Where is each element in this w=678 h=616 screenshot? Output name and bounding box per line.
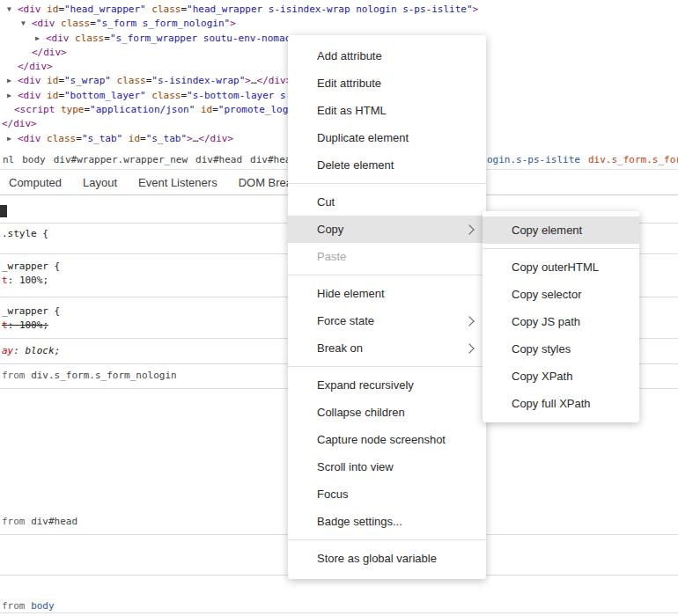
menu-item-copy-js-path[interactable]: Copy JS path xyxy=(483,308,639,335)
menu-item-cut[interactable]: Cut xyxy=(288,188,486,216)
code-token: "head_wrapper s-isindex-wrap nologin s-p… xyxy=(187,4,473,15)
menu-item-scroll-into-view[interactable]: Scroll into view xyxy=(288,453,486,480)
menu-item-delete-element[interactable]: Delete element xyxy=(288,151,486,179)
inherited-from-label[interactable]: from div#head xyxy=(2,516,77,527)
code-token: from xyxy=(2,516,31,527)
node-link[interactable]: body xyxy=(31,600,55,612)
menu-item-copy-selector[interactable]: Copy selector xyxy=(483,281,639,308)
menu-separator xyxy=(288,539,486,540)
breadcrumb-item[interactable]: div.s_form.s_form_nolog xyxy=(588,154,678,165)
code-token: : xyxy=(8,275,19,286)
code-token: = xyxy=(58,90,64,101)
code-token: </div> xyxy=(2,118,37,129)
code-token: = xyxy=(140,133,146,144)
menu-item-label: Capture node screenshot xyxy=(317,433,475,446)
expand-arrow-icon[interactable]: ▶ xyxy=(7,74,18,88)
menu-item-hide-element[interactable]: Hide element xyxy=(288,280,486,307)
menu-item-badge-settings[interactable]: Badge settings... xyxy=(288,508,486,535)
menu-item-collapse-children[interactable]: Collapse children xyxy=(288,399,486,426)
css-rule-selector: .style { xyxy=(2,228,48,239)
menu-item-label: Copy XPath xyxy=(512,370,629,383)
expand-arrow-icon[interactable]: ▶ xyxy=(7,89,18,103)
menu-item-store-as-global-variable[interactable]: Store as global variable xyxy=(288,545,486,572)
breadcrumb-right: ogin.s-ps-islitediv.s_form.s_form_nolog xyxy=(487,150,678,169)
menu-item-label: Copy selector xyxy=(512,288,629,301)
code-token: </div> xyxy=(198,133,233,144)
menu-item-copy-outerhtml[interactable]: Copy outerHTML xyxy=(483,253,639,281)
node-link[interactable]: div.s_form.s_form_nologin xyxy=(31,370,177,381)
expand-arrow-icon[interactable]: ▶ xyxy=(7,132,18,146)
menu-item-label: Copy xyxy=(317,223,466,236)
code-token: </div> xyxy=(32,47,67,58)
inherited-from-label[interactable]: from body xyxy=(2,600,55,612)
css-property: ay: block; xyxy=(2,345,60,356)
menu-separator xyxy=(288,275,486,275)
code-token: class xyxy=(70,33,105,44)
menu-item-copy-xpath[interactable]: Copy XPath xyxy=(483,363,639,390)
node-link[interactable]: div#head xyxy=(31,516,77,527)
menu-item-break-on[interactable]: Break on xyxy=(288,334,486,362)
menu-item-expand-recursively[interactable]: Expand recursively xyxy=(288,371,486,399)
tab-event-listeners[interactable]: Event Listeners xyxy=(138,176,217,189)
dom-tree-node[interactable]: ▼<div id="head_wrapper" class="head_wrap… xyxy=(0,3,678,17)
menu-separator xyxy=(288,366,486,367)
menu-item-label: Copy outerHTML xyxy=(512,260,629,274)
code-token: from xyxy=(2,370,31,381)
breadcrumb-item[interactable]: div#head xyxy=(195,154,242,165)
code-token: class xyxy=(146,4,181,15)
menu-item-copy-element[interactable]: Copy element xyxy=(483,216,639,244)
tab-layout[interactable]: Layout xyxy=(83,176,117,189)
breadcrumb-item[interactable]: div#wrapper.wrapper_new xyxy=(54,154,188,165)
menu-item-label: Copy full XPath xyxy=(512,397,629,410)
menu-item-capture-node-screenshot[interactable]: Capture node screenshot xyxy=(288,426,486,453)
dom-tree-node[interactable]: ▼<div class="s_form s_form_nologin"> xyxy=(0,17,678,31)
code-token: = xyxy=(90,18,96,29)
code-token: ay xyxy=(2,345,13,356)
code-token: > xyxy=(187,133,193,144)
menu-item-focus[interactable]: Focus xyxy=(288,480,486,508)
breadcrumb-item[interactable]: nl xyxy=(3,154,14,165)
menu-item-label: Edit as HTML xyxy=(317,104,475,117)
menu-item-copy[interactable]: Copy xyxy=(288,216,486,243)
menu-item-add-attribute[interactable]: Add attribute xyxy=(288,42,486,70)
code-token: <script xyxy=(14,104,55,115)
code-token: : xyxy=(13,345,25,356)
menu-item-paste[interactable]: Paste xyxy=(288,243,486,270)
code-token: = xyxy=(104,33,110,44)
code-token: .style { xyxy=(2,228,48,239)
code-token: > xyxy=(230,18,236,29)
code-token: "bottom_layer" xyxy=(64,90,146,101)
code-token: t xyxy=(2,319,8,331)
menu-item-edit-as-html[interactable]: Edit as HTML xyxy=(288,97,486,124)
menu-item-copy-styles[interactable]: Copy styles xyxy=(483,335,639,363)
inherited-from-label[interactable]: from div.s_form.s_form_nologin xyxy=(2,370,177,381)
menu-item-edit-attribute[interactable]: Edit attribute xyxy=(288,70,486,97)
code-token: ; xyxy=(42,319,48,331)
code-token: <div xyxy=(18,75,41,86)
code-token: </div> xyxy=(18,61,53,72)
menu-item-duplicate-element[interactable]: Duplicate element xyxy=(288,124,486,151)
menu-item-label: Copy JS path xyxy=(512,315,629,328)
code-token: ; xyxy=(55,345,61,356)
code-token: <div xyxy=(18,4,41,15)
menu-item-force-state[interactable]: Force state xyxy=(288,307,486,334)
menu-item-copy-full-xpath[interactable]: Copy full XPath xyxy=(483,390,639,417)
code-token: … xyxy=(251,75,257,86)
breadcrumb-item[interactable]: ogin.s-ps-islite xyxy=(487,154,580,165)
code-token: _wrapper { xyxy=(2,260,60,272)
menu-item-label: Hide element xyxy=(317,287,475,300)
code-token: from xyxy=(2,600,31,612)
menu-item-label: Collapse children xyxy=(317,406,475,419)
code-token: class xyxy=(41,133,77,144)
code-token: ; xyxy=(42,275,48,286)
collapse-arrow-icon[interactable]: ▼ xyxy=(21,17,32,31)
css-rule-selector: _wrapper { xyxy=(2,260,60,272)
code-token: > xyxy=(473,4,479,15)
menu-item-label: Copy styles xyxy=(512,342,629,356)
code-token: <div xyxy=(46,33,70,44)
tab-computed[interactable]: Computed xyxy=(9,176,62,189)
breadcrumb-item[interactable]: body xyxy=(22,154,46,165)
collapse-arrow-icon[interactable]: ▼ xyxy=(7,3,18,17)
expand-arrow-icon[interactable]: ▶ xyxy=(35,32,46,46)
code-token: "s_tab" xyxy=(82,133,122,144)
